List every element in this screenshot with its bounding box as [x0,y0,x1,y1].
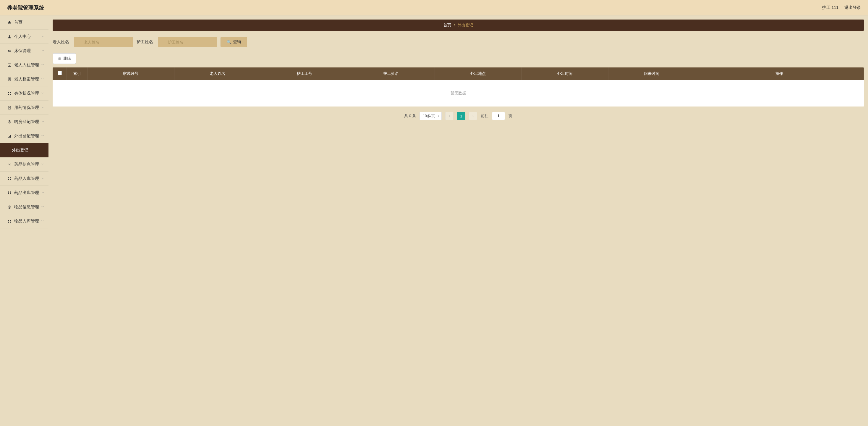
chevron-down-icon: ﹀ [41,35,44,39]
th-index: 索引 [67,67,88,80]
svg-rect-22 [10,179,11,180]
table-empty: 暂无数据 [53,80,864,107]
sidebar-item-label: 外出登记管理 [14,134,41,139]
elder-name-input[interactable] [74,37,133,47]
sidebar-item-druginfo[interactable]: 药品信息管理 ﹀ [0,158,49,172]
svg-rect-24 [10,191,11,193]
th-checkbox [53,67,67,80]
druginfo-icon [7,162,12,167]
sidebar-item-drugin[interactable]: 药品入库管理 ﹀ [0,172,49,186]
sidebar-item-bed[interactable]: 床位管理 ﹀ [0,44,49,58]
sidebar-item-personal[interactable]: 个人中心 ﹀ [0,30,49,44]
sidebar-item-room[interactable]: 转房登记管理 ﹀ [0,115,49,129]
chevron-down-icon: ﹀ [41,120,44,124]
chevron-down-icon: ﹀ [41,63,44,67]
pagination: 共 0 条 10条/页 ‹ 1 › 前往 页 [53,107,864,125]
th-back-time: 回来时间 [609,67,695,80]
search-label-caregiver: 护工姓名 [136,39,153,45]
sidebar-item-out-mgmt[interactable]: 外出登记管理 ﹀ [0,129,49,143]
page-size-wrap: 10条/页 [420,112,442,120]
table-header: 索引 家属账号 老人姓名 护工工号 护工姓名 外出地点 外出时间 回来时间 操作 [53,67,864,80]
sidebar-item-label: 身体状况管理 [14,91,41,96]
svg-rect-32 [10,222,11,223]
out-icon [7,134,12,138]
svg-rect-23 [8,191,9,193]
th-out-location: 外出地点 [435,67,522,80]
sidebar-item-health[interactable]: 身体状况管理 ﹀ [0,86,49,101]
query-button-label: 查询 [233,39,241,45]
home-icon [7,20,12,25]
next-page-button[interactable]: › [469,112,477,120]
chevron-down-icon: ﹀ [41,205,44,209]
sidebar-item-goodsin[interactable]: 物品入库管理 ﹀ [0,214,49,228]
search-row: 老人姓名 🔍 护工姓名 🔍 🔍 查询 [53,31,864,49]
sidebar-item-label: 物品入库管理 [14,219,41,224]
svg-rect-7 [10,92,11,93]
sidebar-item-home[interactable]: 首页 [0,16,49,30]
svg-rect-29 [8,220,9,221]
sidebar-item-label: 物品信息管理 [14,204,41,210]
svg-rect-31 [8,222,9,223]
trash-icon: 🗑 [58,57,61,61]
sidebar-item-label: 老人档案管理 [14,77,41,82]
svg-rect-18 [8,163,11,166]
query-button[interactable]: 🔍 查询 [221,37,247,47]
caregiver-name-input[interactable] [158,37,217,47]
sidebar-item-goods[interactable]: 物品信息管理 ﹀ [0,200,49,214]
user-label[interactable]: 护工 111 [822,5,838,10]
page-size-select[interactable]: 10条/页 [420,112,442,120]
user-icon [7,34,12,39]
logout-link[interactable]: 退出登录 [844,5,861,10]
main-content: 首页 / 外出登记 老人姓名 🔍 护工姓名 🔍 🔍 查询 🗑 删除 [49,16,868,426]
chevron-down-icon: ﹀ [41,191,44,195]
goodsin-icon [7,219,12,224]
breadcrumb-current: 外出登记 [458,23,473,27]
th-out-time: 外出时间 [522,67,609,80]
svg-rect-9 [10,94,11,95]
sidebar: 首页 个人中心 ﹀ 床位管理 ﹀ 老人入住管理 ﹀ 老人档案管理 ﹀ 身体状况管… [0,16,49,426]
sidebar-item-drugout[interactable]: 药品出库管理 ﹀ [0,186,49,200]
th-family-account: 家属账号 [88,67,175,80]
page-number-current[interactable]: 1 [457,112,465,120]
sidebar-item-label: 床位管理 [14,48,41,54]
sidebar-item-out-register[interactable]: 外出登记 [0,143,49,158]
sidebar-item-label: 药品入库管理 [14,176,41,181]
th-elder-name: 老人姓名 [175,67,261,80]
sidebar-item-label: 药品出库管理 [14,190,41,196]
app-title: 养老院管理系统 [7,4,44,11]
sidebar-item-label: 用药情况管理 [14,105,41,110]
sidebar-item-label: 转房登记管理 [14,119,41,124]
search-input-wrap: 🔍 [74,37,133,47]
th-caregiver-name: 护工姓名 [348,67,435,80]
data-table: 索引 家属账号 老人姓名 护工工号 护工姓名 外出地点 外出时间 回来时间 操作… [53,67,864,107]
svg-rect-16 [9,136,10,138]
search-icon: 🔍 [227,40,231,45]
svg-rect-6 [8,92,9,93]
svg-rect-1 [8,50,11,52]
layout: 首页 个人中心 ﹀ 床位管理 ﹀ 老人入住管理 ﹀ 老人档案管理 ﹀ 身体状况管… [0,16,868,426]
chevron-down-icon: ﹀ [41,77,44,81]
goto-page-input[interactable] [492,112,505,120]
sidebar-item-profile[interactable]: 老人档案管理 ﹀ [0,72,49,86]
delete-button[interactable]: 🗑 删除 [53,53,76,64]
medicine-icon [7,105,12,110]
chevron-down-icon: ﹀ [41,91,44,95]
svg-rect-21 [8,179,9,180]
chevron-down-icon: ﹀ [41,134,44,138]
breadcrumb-sep: / [454,23,455,27]
header-right: 护工 111 退出登录 [822,5,861,10]
delete-button-label: 删除 [63,56,71,61]
chevron-down-icon: ﹀ [41,219,44,223]
prev-page-button[interactable]: ‹ [445,112,454,120]
search-label-elder: 老人姓名 [53,39,69,45]
svg-rect-19 [8,177,9,178]
select-all-checkbox[interactable] [58,71,62,75]
goto-prefix: 前往 [481,113,488,119]
svg-rect-8 [8,94,9,95]
sidebar-item-label: 个人中心 [14,34,41,39]
sidebar-item-checkin[interactable]: 老人入住管理 ﹀ [0,58,49,72]
breadcrumb-home[interactable]: 首页 [443,23,451,27]
sidebar-item-label: 外出登记 [12,148,44,153]
drugout-icon [7,191,12,195]
sidebar-item-medicine[interactable]: 用药情况管理 ﹀ [0,101,49,115]
